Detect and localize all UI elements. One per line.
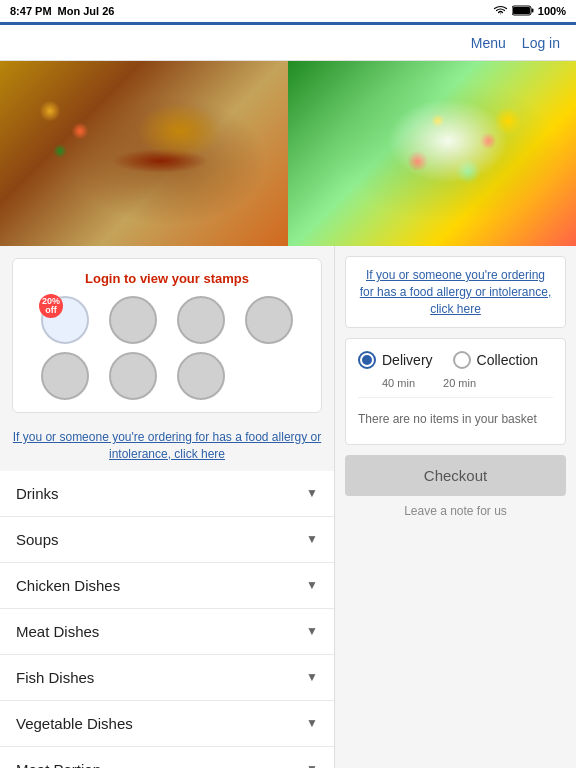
category-list: Drinks▼Soups▼Chicken Dishes▼Meat Dishes▼… <box>0 471 334 768</box>
category-item-chicken-dishes[interactable]: Chicken Dishes▼ <box>0 563 334 609</box>
allergy-link-left[interactable]: If you or someone you're ordering for ha… <box>0 421 334 471</box>
delivery-radio[interactable] <box>358 351 376 369</box>
delivery-times-row: 40 min 20 min <box>358 377 553 389</box>
category-item-fish-dishes[interactable]: Fish Dishes▼ <box>0 655 334 701</box>
category-label: Vegetable Dishes <box>16 715 133 732</box>
chevron-down-icon: ▼ <box>306 486 318 500</box>
category-item-vegetable-dishes[interactable]: Vegetable Dishes▼ <box>0 701 334 747</box>
stamps-grid: 20%off <box>25 296 309 400</box>
stamp-5 <box>41 352 89 400</box>
category-item-soups[interactable]: Soups▼ <box>0 517 334 563</box>
stamps-card: Login to view your stamps 20%off <box>12 258 322 413</box>
battery-icon <box>512 5 534 18</box>
stamp-4 <box>245 296 293 344</box>
delivery-options: Delivery Collection <box>358 351 553 369</box>
category-item-meat-portion[interactable]: Meat Portion▼ <box>0 747 334 768</box>
hero-left-image <box>0 61 288 246</box>
delivery-time: 40 min <box>382 377 415 389</box>
chevron-down-icon: ▼ <box>306 762 318 768</box>
chevron-down-icon: ▼ <box>306 578 318 592</box>
svg-rect-2 <box>531 8 533 12</box>
wifi-icon <box>493 5 508 18</box>
stamp-7 <box>177 352 225 400</box>
svg-rect-1 <box>513 7 530 14</box>
leave-note: Leave a note for us <box>345 504 566 518</box>
category-item-meat-dishes[interactable]: Meat Dishes▼ <box>0 609 334 655</box>
basket-empty: There are no items in your basket <box>358 406 553 432</box>
collection-radio[interactable] <box>453 351 471 369</box>
stamps-title: Login to view your stamps <box>25 271 309 286</box>
hero-image <box>0 61 576 246</box>
chevron-down-icon: ▼ <box>306 532 318 546</box>
collection-time: 20 min <box>443 377 476 389</box>
stamp-6 <box>109 352 157 400</box>
category-label: Drinks <box>16 485 59 502</box>
header-nav: Menu Log in <box>0 25 576 61</box>
status-day: Mon Jul 26 <box>58 5 115 17</box>
status-time: 8:47 PM <box>10 5 52 17</box>
hero-right-image <box>288 61 576 246</box>
category-label: Fish Dishes <box>16 669 94 686</box>
stamp-1: 20%off <box>41 296 89 344</box>
main-layout: Login to view your stamps 20%off If you … <box>0 246 576 768</box>
left-panel: Login to view your stamps 20%off If you … <box>0 246 335 768</box>
stamp-2 <box>109 296 157 344</box>
chevron-down-icon: ▼ <box>306 624 318 638</box>
stamp-3 <box>177 296 225 344</box>
discount-badge: 20%off <box>39 294 63 318</box>
chevron-down-icon: ▼ <box>306 716 318 730</box>
checkout-button[interactable]: Checkout <box>345 455 566 496</box>
collection-radio-option[interactable]: Collection <box>453 351 538 369</box>
status-bar: 8:47 PM Mon Jul 26 100% <box>0 0 576 22</box>
delivery-radio-option[interactable]: Delivery <box>358 351 433 369</box>
right-panel: If you or someone you're ordering for ha… <box>335 246 576 768</box>
menu-link[interactable]: Menu <box>471 35 506 51</box>
login-link[interactable]: Log in <box>522 35 560 51</box>
category-label: Chicken Dishes <box>16 577 120 594</box>
delivery-label: Delivery <box>382 352 433 368</box>
battery-pct: 100% <box>538 5 566 17</box>
chevron-down-icon: ▼ <box>306 670 318 684</box>
category-label: Meat Portion <box>16 761 101 768</box>
allergy-link-right[interactable]: If you or someone you're ordering for ha… <box>345 256 566 328</box>
collection-label: Collection <box>477 352 538 368</box>
category-item-drinks[interactable]: Drinks▼ <box>0 471 334 517</box>
delivery-card: Delivery Collection 40 min 20 min There … <box>345 338 566 445</box>
category-label: Soups <box>16 531 59 548</box>
category-label: Meat Dishes <box>16 623 99 640</box>
